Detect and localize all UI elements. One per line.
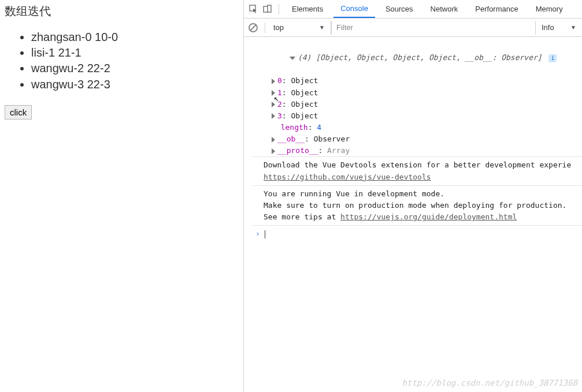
context-label: top	[273, 23, 284, 32]
watermark-text: http://blog.csdn.net/github_38771368	[402, 378, 577, 387]
console-toolbar: top ▼ Info ▼	[244, 18, 582, 37]
separator	[279, 4, 279, 14]
clear-console-icon[interactable]	[249, 23, 258, 32]
caret-right-icon[interactable]	[272, 148, 275, 154]
tab-sources[interactable]: Sources	[379, 0, 420, 18]
array-entry[interactable]: 2: Object	[252, 99, 582, 110]
console-message: You are running Vue in development mode.…	[252, 185, 582, 225]
message-text: See more tips at	[264, 212, 340, 221]
list-item: wangwu-2 22-2	[31, 61, 239, 76]
text-caret	[265, 230, 265, 238]
array-summary-row[interactable]: (4) [Object, Object, Object, Object, __o…	[252, 40, 582, 75]
array-entry[interactable]: 0: Object	[252, 75, 582, 87]
tab-console[interactable]: Console	[333, 0, 375, 18]
console-output: (4) [Object, Object, Object, Object, __o…	[244, 37, 582, 392]
message-text: Make sure to turn on production mode whe…	[264, 201, 566, 210]
page-content: 数组迭代 zhangsan-0 10-0 lisi-1 21-1 wangwu-…	[0, 0, 244, 392]
log-level-selector[interactable]: Info ▼	[536, 23, 582, 32]
tab-elements[interactable]: Elements	[285, 0, 330, 18]
caret-right-icon[interactable]	[272, 79, 275, 84]
list-item: wangwu-3 22-3	[31, 77, 239, 92]
inspect-icon[interactable]	[249, 4, 259, 14]
array-length: length: 4	[252, 122, 582, 133]
list-item: zhangsan-0 10-0	[31, 29, 239, 45]
prompt-chevron-icon: ›	[255, 229, 260, 238]
svg-rect-2	[268, 5, 271, 12]
tab-memory[interactable]: Memory	[529, 0, 570, 18]
level-label: Info	[542, 23, 554, 32]
array-summary: [Object, Object, Object, Object, __ob__:…	[316, 53, 542, 62]
chevron-down-icon: ▼	[319, 24, 325, 31]
filter-input[interactable]	[331, 21, 536, 35]
console-prompt[interactable]: ›	[252, 225, 582, 240]
list-item: lisi-1 21-1	[31, 45, 239, 61]
tab-performance[interactable]: Performance	[468, 0, 525, 18]
items-list: zhangsan-0 10-0 lisi-1 21-1 wangwu-2 22-…	[5, 29, 239, 92]
array-observer[interactable]: __ob__: Observer	[252, 133, 582, 145]
devtools-link[interactable]: https://github.com/vuejs/vue-devtools	[264, 173, 431, 181]
array-proto[interactable]: __proto__: Array	[252, 145, 582, 156]
devtools-tabbar: Elements Console Sources Network Perform…	[244, 0, 582, 18]
device-icon[interactable]	[262, 4, 273, 14]
context-selector[interactable]: top ▼	[268, 21, 331, 35]
caret-right-icon[interactable]	[272, 90, 275, 96]
caret-down-icon[interactable]	[290, 57, 295, 60]
devtools-panel: Elements Console Sources Network Perform…	[244, 0, 582, 392]
caret-right-icon[interactable]	[272, 102, 275, 107]
deployment-link[interactable]: https://vuejs.org/guide/deployment.html	[340, 212, 517, 221]
message-text: Download the Vue Devtools extension for …	[264, 160, 571, 169]
caret-right-icon[interactable]	[272, 113, 275, 119]
tab-network[interactable]: Network	[424, 0, 465, 18]
chevron-down-icon: ▼	[570, 24, 576, 31]
info-badge-icon[interactable]: i	[548, 54, 557, 62]
array-entry[interactable]: 3: Object	[252, 110, 582, 122]
array-length-badge: (4)	[298, 53, 311, 62]
console-message: Download the Vue Devtools extension for …	[252, 156, 582, 185]
message-text: You are running Vue in development mode.	[264, 189, 444, 198]
click-button[interactable]: click	[5, 105, 32, 120]
array-entry[interactable]: 1: Object	[252, 87, 582, 99]
separator	[265, 23, 265, 33]
caret-right-icon[interactable]	[272, 137, 275, 143]
page-title: 数组迭代	[5, 3, 239, 19]
